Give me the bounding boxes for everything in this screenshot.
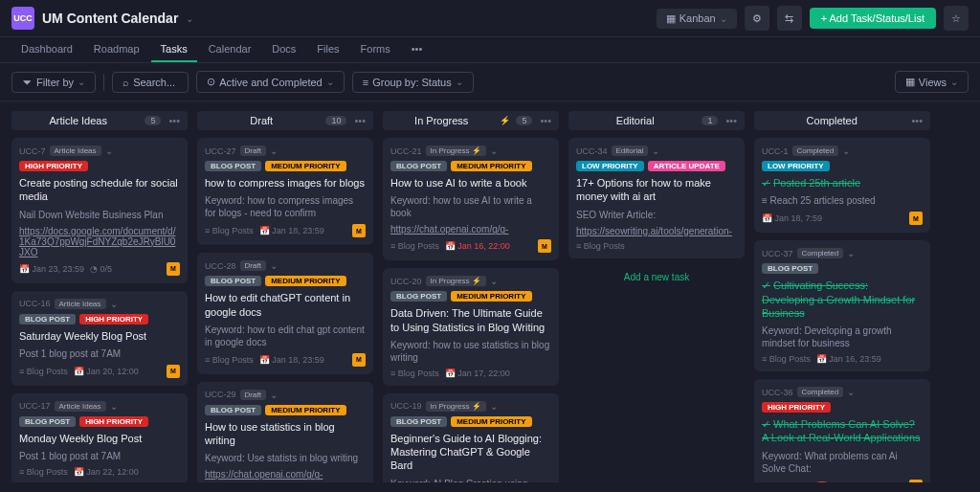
chevron-down-icon[interactable]: ⌄ [490, 276, 498, 286]
task-link[interactable]: https://seowriting.ai/tools/generation- [576, 226, 737, 236]
task-link[interactable]: https://chat.openai.com/g/g- [205, 469, 366, 480]
views-button[interactable]: ▦Views⌄ [895, 71, 969, 93]
task-desc: Keyword: What problems can Ai Solve Chat… [762, 450, 923, 475]
column-menu-icon[interactable]: ••• [352, 115, 368, 126]
status-tag: In Progress ⚡ [426, 401, 486, 412]
search-input[interactable]: ⌕Search... [112, 72, 189, 93]
task-card[interactable]: UCC-36Completed⌄HIGH PRIORITY✓What Probl… [754, 379, 930, 482]
chevron-down-icon[interactable]: ⌄ [490, 145, 498, 156]
avatar[interactable]: M [167, 365, 180, 378]
column-menu-icon[interactable]: ••• [538, 115, 553, 126]
column-header[interactable]: Article Ideas5••• [11, 111, 188, 130]
tab-files[interactable]: Files [307, 37, 348, 62]
task-card[interactable]: UCC-1Completed⌄LOW PRIORITY✓Posted 25th … [754, 138, 930, 233]
avatar[interactable]: M [352, 353, 366, 367]
view-kanban-button[interactable]: ▦Kanban⌄ [657, 9, 737, 29]
chevron-down-icon[interactable]: ⌄ [105, 145, 113, 156]
avatar[interactable]: M [352, 224, 366, 237]
column-menu-icon[interactable]: ••• [167, 115, 182, 126]
task-card[interactable]: UCC-28Draft⌄BLOG POSTMEDIUM PRIORITYHow … [197, 253, 373, 374]
filter-button[interactable]: ⏷Filter by⌄ [11, 72, 96, 93]
column-header[interactable]: Editorial1••• [568, 111, 745, 130]
task-card[interactable]: UCC-29Draft⌄BLOG POSTMEDIUM PRIORITYHow … [197, 382, 373, 482]
task-footer: ≡ Blog Posts📅 Jan 22, 12:00 [19, 467, 180, 477]
avatar[interactable]: M [909, 212, 923, 225]
task-id: UCC-28 [205, 261, 236, 271]
column-header[interactable]: In Progress⚡5••• [383, 111, 559, 130]
task-desc: Post 1 blog post at 7AM [19, 450, 180, 462]
task-card[interactable]: UCC-7Article Ideas⌄HIGH PRIORITYCreate p… [11, 138, 188, 283]
task-id: UCC-19 [390, 401, 422, 411]
task-card[interactable]: UCC-34Editorial⌄LOW PRIORITYARTICLE UPDA… [568, 138, 745, 258]
tab-calendar[interactable]: Calendar [199, 37, 261, 62]
tab-roadmap[interactable]: Roadmap [84, 37, 149, 62]
column-title: Completed [760, 115, 903, 126]
chevron-down-icon[interactable]: ⌄ [186, 13, 193, 24]
chevron-down-icon[interactable]: ⌄ [847, 248, 855, 258]
task-card[interactable]: UCC-20In Progress ⚡⌄BLOG POSTMEDIUM PRIO… [383, 268, 559, 386]
task-card[interactable]: UCC-19In Progress ⚡⌄BLOG POSTMEDIUM PRIO… [383, 393, 559, 482]
status-tag: In Progress ⚡ [426, 145, 486, 156]
column-menu-icon[interactable]: ••• [909, 115, 924, 126]
kanban-board: Article Ideas5•••UCC-7Article Ideas⌄HIGH… [0, 101, 980, 492]
chevron-down-icon[interactable]: ⌄ [847, 387, 855, 397]
filter-icon: ⏷ [22, 77, 33, 88]
status-tag: Article Ideas [55, 401, 106, 412]
add-task-button[interactable]: + Add Task/Status/List [810, 8, 936, 29]
task-card[interactable]: UCC-37Completed⌄BLOG POST✓Cultivating Su… [754, 240, 930, 371]
priority-tag: BLOG POST [19, 416, 76, 427]
group-by-button[interactable]: ≡Group by: Status⌄ [352, 72, 474, 93]
column-count: 1 [702, 116, 718, 125]
settings-icon[interactable]: ⚙ [745, 6, 769, 31]
priority-tag: LOW PRIORITY [762, 161, 830, 171]
chevron-down-icon[interactable]: ⌄ [110, 401, 118, 412]
add-task-link[interactable]: Add a new task [568, 266, 745, 288]
task-card[interactable]: UCC-17Article Ideas⌄BLOG POSTHIGH PRIORI… [11, 393, 188, 482]
status-filter-button[interactable]: ⊙Active and Completed⌄ [196, 71, 345, 93]
chevron-down-icon[interactable]: ⌄ [270, 390, 278, 400]
task-desc: Nail Down Website Business Plan [19, 209, 180, 221]
column: Draft10•••UCC-27Draft⌄BLOG POSTMEDIUM PR… [197, 111, 373, 482]
chevron-down-icon[interactable]: ⌄ [270, 260, 278, 271]
avatar[interactable]: M [909, 480, 923, 482]
task-card[interactable]: UCC-21In Progress ⚡⌄BLOG POSTMEDIUM PRIO… [383, 138, 559, 260]
workspace-title[interactable]: UM Content Calendar [42, 11, 178, 26]
priority-tag: MEDIUM PRIORITY [265, 405, 345, 415]
task-desc: Keyword: how to edit chat gpt content in… [205, 324, 366, 348]
chevron-down-icon[interactable]: ⌄ [842, 145, 850, 156]
chevron-down-icon[interactable]: ⌄ [270, 145, 278, 156]
tab-docs[interactable]: Docs [262, 37, 305, 62]
task-desc: Keyword: how to use statistics in blog w… [390, 339, 551, 364]
share-icon[interactable]: ⇆ [777, 6, 802, 31]
chevron-down-icon[interactable]: ⌄ [110, 299, 118, 309]
column-header[interactable]: Completed••• [754, 111, 930, 130]
column-title: Editorial [574, 115, 696, 126]
task-link[interactable]: https://chat.openai.com/g/g- [390, 224, 551, 235]
chevron-down-icon[interactable]: ⌄ [490, 401, 498, 412]
status-tag: Completed [797, 387, 844, 397]
tab-tasks[interactable]: Tasks [151, 37, 197, 62]
tab-forms[interactable]: Forms [351, 37, 400, 62]
kanban-icon: ▦ [666, 12, 676, 25]
priority-tag: ARTICLE UPDATE [648, 161, 725, 171]
check-icon: ✓ [762, 280, 770, 291]
priority-tag: BLOG POST [390, 161, 447, 171]
task-footer: ≡ Blog Posts📅 Jan 16, 22:00M [390, 239, 551, 253]
task-link[interactable]: https://docs.google.com/document/d/1Ka73… [19, 226, 180, 257]
column-title: In Progress [389, 115, 494, 126]
task-card[interactable]: UCC-27Draft⌄BLOG POSTMEDIUM PRIORITYhow … [197, 138, 373, 245]
workspace-logo[interactable]: UCC [11, 7, 34, 30]
task-card[interactable]: UCC-16Article Ideas⌄BLOG POSTHIGH PRIORI… [11, 291, 188, 386]
tab-dashboard[interactable]: Dashboard [11, 37, 82, 62]
column-title: Draft [203, 115, 320, 126]
star-icon[interactable]: ☆ [944, 6, 969, 31]
task-id: UCC-37 [762, 249, 793, 258]
avatar[interactable]: M [167, 262, 180, 276]
more-icon[interactable]: ••• [402, 37, 433, 62]
column-menu-icon[interactable]: ••• [724, 115, 739, 126]
avatar[interactable]: M [538, 239, 551, 253]
task-footer: 📅 Jan 18, 7:59M [762, 212, 923, 225]
priority-tag: HIGH PRIORITY [79, 314, 148, 324]
column-header[interactable]: Draft10••• [197, 111, 373, 130]
chevron-down-icon[interactable]: ⌄ [652, 145, 659, 156]
